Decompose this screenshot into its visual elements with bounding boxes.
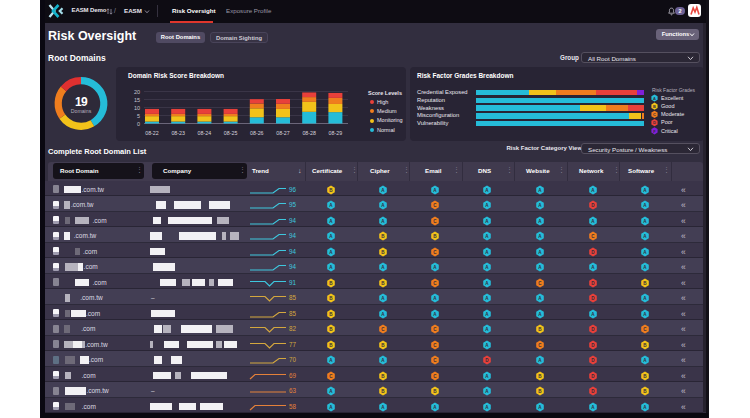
svg-text:A: A (653, 96, 656, 101)
svg-text:C: C (653, 112, 656, 117)
svg-text:B: B (653, 104, 656, 109)
svg-text:D: D (653, 120, 656, 125)
